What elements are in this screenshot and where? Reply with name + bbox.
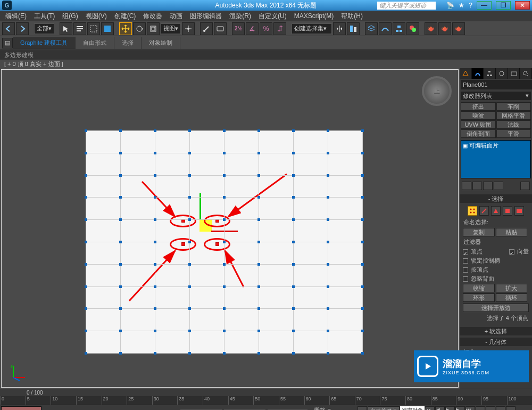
next-frame-icon[interactable]: ▶ bbox=[455, 406, 465, 410]
modifier-list[interactable]: 修改器列表▾ bbox=[461, 92, 531, 100]
vertex[interactable] bbox=[119, 152, 122, 154]
vertex[interactable] bbox=[361, 352, 364, 355]
vertex[interactable] bbox=[223, 285, 226, 288]
vertex[interactable] bbox=[361, 152, 364, 154]
menu-modifier[interactable]: 修改器 bbox=[140, 11, 165, 22]
key-target[interactable]: 选定对象 bbox=[400, 406, 425, 410]
vertex[interactable] bbox=[223, 330, 226, 332]
view-cube[interactable]: 上 bbox=[422, 76, 452, 106]
vertex[interactable] bbox=[223, 241, 226, 243]
play-icon[interactable]: ▶ bbox=[445, 406, 455, 410]
restore-button[interactable]: ❐ bbox=[496, 1, 511, 10]
ribbon-toggle-icon[interactable]: ▤ bbox=[2, 38, 13, 48]
vertex[interactable] bbox=[119, 307, 122, 310]
named-sel-set[interactable]: 创建选择集 ▾ bbox=[292, 23, 332, 34]
rollout-softsel-header[interactable]: 软选择 bbox=[460, 327, 532, 335]
vertex[interactable] bbox=[223, 129, 226, 132]
vertex[interactable] bbox=[188, 196, 191, 199]
nav-max-icon[interactable] bbox=[506, 406, 516, 410]
mod-meshsmooth[interactable]: 网格平滑 bbox=[496, 111, 531, 120]
subobj-face-icon[interactable] bbox=[491, 206, 501, 216]
vertex[interactable] bbox=[361, 241, 364, 243]
object-name-field[interactable] bbox=[461, 80, 532, 89]
vertex[interactable] bbox=[119, 129, 122, 132]
prev-frame-icon[interactable]: ◀ bbox=[435, 406, 445, 410]
vertex[interactable] bbox=[188, 174, 191, 177]
vertex[interactable] bbox=[188, 330, 191, 332]
vertex[interactable] bbox=[154, 263, 156, 266]
vertex[interactable] bbox=[292, 307, 295, 310]
vertex[interactable] bbox=[327, 307, 329, 310]
infocenter-icon[interactable]: 📡 bbox=[446, 2, 454, 9]
window-crossing-button[interactable] bbox=[101, 22, 114, 35]
configure-sets-icon[interactable] bbox=[520, 182, 530, 190]
vertex[interactable] bbox=[327, 352, 329, 355]
vertex[interactable] bbox=[154, 174, 156, 177]
vertex[interactable] bbox=[85, 152, 87, 154]
undo-button[interactable] bbox=[2, 22, 15, 35]
mod-extrude[interactable]: 挤出 bbox=[461, 102, 496, 111]
menu-group[interactable]: 组(G) bbox=[59, 11, 81, 22]
vertex[interactable] bbox=[223, 174, 226, 177]
vertex[interactable] bbox=[188, 152, 191, 154]
nav-orbit-icon[interactable] bbox=[496, 406, 505, 410]
rollout-selection-header[interactable]: 选择 bbox=[460, 194, 532, 203]
vertex-selected[interactable] bbox=[215, 242, 219, 246]
vertex[interactable] bbox=[327, 218, 329, 221]
filter-vertex-check[interactable] bbox=[463, 249, 468, 255]
script-recorder[interactable] bbox=[1, 406, 41, 410]
vertex[interactable] bbox=[223, 307, 226, 310]
vertex[interactable] bbox=[257, 307, 260, 310]
app-icon[interactable]: G bbox=[2, 1, 12, 10]
select-region-button[interactable] bbox=[87, 22, 100, 35]
selection-filter[interactable]: 全部 ▾ bbox=[34, 23, 54, 34]
vertex[interactable] bbox=[223, 352, 226, 355]
nav-pan-icon[interactable] bbox=[476, 406, 485, 410]
vertex[interactable] bbox=[223, 152, 226, 154]
menu-view[interactable]: 视图(V) bbox=[82, 11, 110, 22]
close-button[interactable]: ✕ bbox=[515, 1, 530, 10]
select-name-button[interactable] bbox=[73, 22, 86, 35]
align-button[interactable] bbox=[347, 22, 360, 35]
loop-button[interactable]: 循环 bbox=[496, 293, 528, 302]
select-button[interactable] bbox=[60, 22, 72, 35]
vertex[interactable] bbox=[119, 263, 122, 266]
vertex[interactable] bbox=[85, 307, 87, 310]
vertex[interactable] bbox=[292, 174, 295, 177]
material-editor-button[interactable] bbox=[406, 22, 419, 35]
vertex[interactable] bbox=[188, 307, 191, 310]
vertex[interactable] bbox=[85, 330, 87, 332]
menu-grapheditor[interactable]: 图形编辑器 bbox=[187, 11, 225, 22]
vertex[interactable] bbox=[292, 263, 295, 266]
grow-button[interactable]: 扩大 bbox=[496, 284, 528, 292]
vertex[interactable] bbox=[361, 218, 364, 221]
vertex[interactable] bbox=[119, 330, 122, 332]
vertex[interactable] bbox=[85, 174, 87, 177]
tab-freeform[interactable]: 自由形式 bbox=[76, 37, 114, 49]
rollout-geom-header[interactable]: 几何体 bbox=[460, 338, 532, 346]
vertex[interactable] bbox=[257, 152, 260, 154]
vertex[interactable] bbox=[257, 263, 260, 266]
vertex[interactable] bbox=[85, 129, 87, 132]
vertex[interactable] bbox=[327, 285, 329, 288]
vertex[interactable] bbox=[257, 129, 260, 132]
manip-button[interactable] bbox=[200, 22, 213, 35]
vertex[interactable] bbox=[223, 263, 226, 266]
motion-tab-icon[interactable] bbox=[496, 68, 508, 79]
vertex[interactable] bbox=[361, 174, 364, 177]
vertex[interactable] bbox=[361, 263, 364, 266]
show-end-icon[interactable] bbox=[472, 182, 482, 190]
mod-normal[interactable]: 法线 bbox=[496, 120, 531, 129]
vertex[interactable] bbox=[257, 218, 260, 221]
vertex[interactable] bbox=[188, 352, 191, 355]
vertex[interactable] bbox=[85, 196, 87, 199]
menu-render[interactable]: 渲染(R) bbox=[226, 11, 254, 22]
pin-stack-icon[interactable] bbox=[462, 182, 471, 190]
vertex[interactable] bbox=[119, 196, 122, 199]
pivot-button[interactable] bbox=[182, 22, 195, 35]
vertex[interactable] bbox=[257, 174, 260, 177]
spinner-snap-button[interactable]: ⇵ bbox=[273, 22, 286, 35]
vertex[interactable] bbox=[154, 152, 156, 154]
menu-create[interactable]: 创建(C) bbox=[111, 11, 139, 22]
vertex-selected[interactable] bbox=[181, 242, 185, 246]
